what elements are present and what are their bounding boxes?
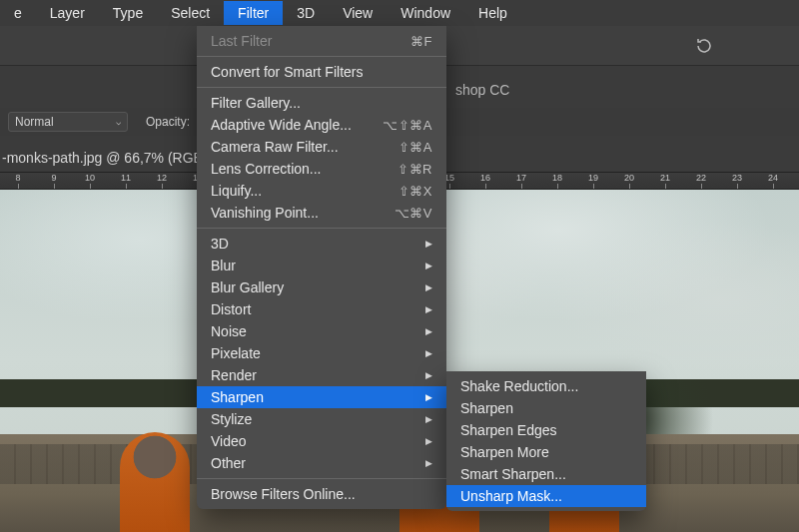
menu-item-label: Blur [211,258,236,273]
menu-item-label: Filter Gallery... [211,95,301,111]
menu-item-distort-submenu[interactable]: Distort [197,298,446,320]
document-tab[interactable]: -monks-path.jpg @ 66,7% (RGB [0,150,203,166]
menu-item-type[interactable]: Type [99,1,157,25]
menu-item-label: Sharpen [460,400,513,416]
ruler-tick: 23 [719,173,755,189]
menu-item-noise-submenu[interactable]: Noise [197,320,446,342]
menu-item-adaptive-wide-angle[interactable]: Adaptive Wide Angle... ⌥⇧⌘A [197,114,446,136]
ruler-tick: 24 [755,173,791,189]
menu-separator [197,87,446,88]
ruler-tick: 19 [575,173,611,189]
menu-item-window[interactable]: Window [387,1,464,25]
menu-shortcut: ⌥⌘V [395,206,432,221]
menu-item-liquify[interactable]: Liquify... ⇧⌘X [197,180,446,202]
menu-shortcut: ⌘F [410,34,432,49]
menu-shortcut: ⇧⌘X [399,184,432,199]
menu-item-label: Render [211,367,257,383]
menu-item-vanishing-point[interactable]: Vanishing Point... ⌥⌘V [197,202,446,224]
blend-mode-select[interactable]: Normal ⌵ [8,112,128,132]
menu-item-label: Distort [211,301,251,317]
menu-item-last-filter: Last Filter ⌘F [197,30,446,52]
menu-item-edge-truncated[interactable]: e [0,1,36,25]
menu-item-smart-sharpen[interactable]: Smart Sharpen... [446,463,646,485]
menu-item-label: Adaptive Wide Angle... [211,117,352,133]
ruler-tick: 16 [467,173,503,189]
menu-item-label: Lens Correction... [211,161,322,177]
menu-item-label: Shake Reduction... [460,378,578,394]
ruler-tick: 12 [144,173,180,189]
menu-item-label: Stylize [211,411,252,427]
filter-menu: Last Filter ⌘F Convert for Smart Filters… [197,26,446,509]
ruler-tick: 8 [0,173,36,189]
menu-item-label: Vanishing Point... [211,205,319,221]
menu-item-view[interactable]: View [329,1,387,25]
menu-item-pixelate-submenu[interactable]: Pixelate [197,342,446,364]
menu-item-other-submenu[interactable]: Other [197,452,446,474]
menu-item-video-submenu[interactable]: Video [197,430,446,452]
ruler-tick: 9 [36,173,72,189]
blend-mode-value: Normal [15,115,54,129]
reset-icon[interactable] [694,36,714,56]
ruler-tick: 20 [611,173,647,189]
menu-item-select[interactable]: Select [157,1,224,25]
menu-item-sharpen-submenu[interactable]: Sharpen [197,386,446,408]
menu-item-label: Sharpen More [460,444,549,460]
menu-item-browse-filters-online[interactable]: Browse Filters Online... [197,483,446,505]
menu-item-label: Smart Sharpen... [460,466,566,482]
menu-item-blur-gallery-submenu[interactable]: Blur Gallery [197,276,446,298]
menu-shortcut: ⌥⇧⌘A [383,118,432,133]
menu-item-sharpen[interactable]: Sharpen [446,397,646,419]
menu-item-label: Camera Raw Filter... [211,139,339,155]
menu-separator [197,56,446,57]
ruler-tick: 18 [539,173,575,189]
menu-item-convert-smart-filters[interactable]: Convert for Smart Filters [197,61,446,83]
ruler-tick: 17 [503,173,539,189]
menu-item-filter[interactable]: Filter [224,1,283,25]
menu-item-label: Sharpen [211,389,264,405]
menu-item-label: Pixelate [211,345,261,361]
menu-shortcut: ⇧⌘A [399,140,432,155]
menu-item-label: Last Filter [211,33,272,49]
menu-item-label: Noise [211,323,247,339]
app-name-partial: shop CC [455,82,509,98]
menu-item-3d[interactable]: 3D [283,1,329,25]
menu-item-layer[interactable]: Layer [36,1,99,25]
menu-item-sharpen-more[interactable]: Sharpen More [446,441,646,463]
menu-item-stylize-submenu[interactable]: Stylize [197,408,446,430]
menu-item-blur-submenu[interactable]: Blur [197,255,446,276]
menu-item-label: Blur Gallery [211,279,284,295]
menu-item-shake-reduction[interactable]: Shake Reduction... [446,375,646,397]
menu-item-unsharp-mask[interactable]: Unsharp Mask... [446,485,646,507]
menu-separator [197,228,446,229]
menu-item-label: Unsharp Mask... [460,488,562,504]
photo-person [120,432,190,532]
ruler-tick: 25 [791,173,799,189]
sharpen-submenu: Shake Reduction... Sharpen Sharpen Edges… [446,371,646,511]
menu-item-label: Other [211,455,246,471]
ruler-tick: 10 [72,173,108,189]
menu-item-label: Convert for Smart Filters [211,64,363,80]
ruler-tick: 22 [683,173,719,189]
menu-item-label: Liquify... [211,183,262,199]
chevron-down-icon: ⌵ [116,117,121,127]
opacity-label: Opacity: [146,115,190,129]
menu-item-filter-gallery[interactable]: Filter Gallery... [197,92,446,114]
menu-item-camera-raw[interactable]: Camera Raw Filter... ⇧⌘A [197,136,446,158]
menu-item-lens-correction[interactable]: Lens Correction... ⇧⌘R [197,158,446,180]
ruler-tick: 21 [647,173,683,189]
menu-item-label: 3D [211,236,229,252]
menu-separator [197,478,446,479]
menu-item-help[interactable]: Help [464,1,521,25]
menu-item-label: Video [211,433,247,449]
menu-item-label: Browse Filters Online... [211,486,356,502]
menu-item-sharpen-edges[interactable]: Sharpen Edges [446,419,646,441]
ruler-tick: 11 [108,173,144,189]
menu-item-render-submenu[interactable]: Render [197,364,446,386]
app-menubar: e Layer Type Select Filter 3D View Windo… [0,0,799,26]
menu-item-label: Sharpen Edges [460,422,557,438]
menu-item-3d-submenu[interactable]: 3D [197,233,446,255]
menu-shortcut: ⇧⌘R [398,162,432,177]
